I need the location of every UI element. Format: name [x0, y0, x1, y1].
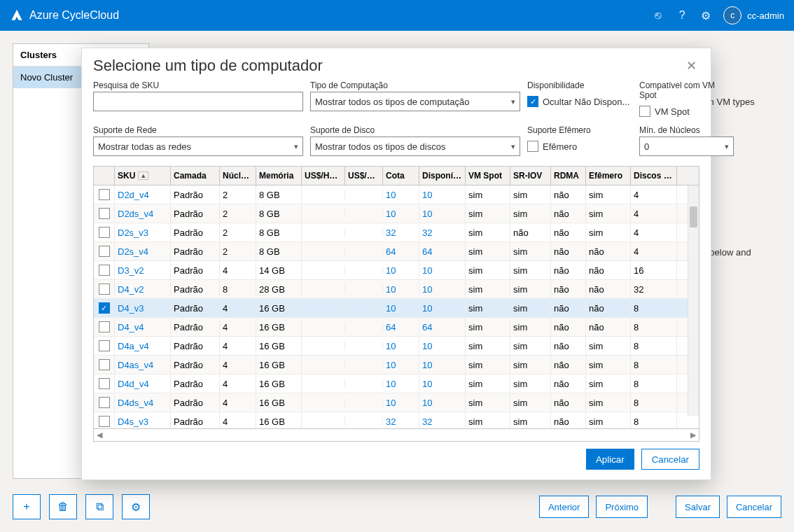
- table-row[interactable]: D2s_v3Padrão28 GB3232simnãonãosim4: [94, 223, 699, 242]
- col-usd-n[interactable]: US$/N...: [345, 167, 383, 185]
- cell-quota[interactable]: 32: [383, 412, 419, 429]
- cell-quota[interactable]: 10: [383, 356, 419, 374]
- row-checkbox[interactable]: [99, 265, 110, 276]
- vertical-scrollbar[interactable]: [688, 186, 699, 416]
- cell-quota[interactable]: 64: [383, 318, 419, 337]
- apply-button[interactable]: Aplicar: [586, 449, 634, 470]
- user-menu[interactable]: c cc-admin: [723, 6, 784, 24]
- next-button[interactable]: Próximo: [596, 496, 648, 518]
- table-row[interactable]: D4_v3Padrão416 GB1010simsimnãonão8: [94, 299, 699, 318]
- col-sriov[interactable]: SR-IOV: [510, 167, 551, 185]
- row-checkbox[interactable]: [99, 321, 110, 332]
- cell-quota[interactable]: 32: [383, 223, 419, 242]
- col-usd-hour[interactable]: US$/Hora: [302, 167, 345, 185]
- col-ephemeral[interactable]: Efêmero: [586, 167, 631, 185]
- cell-quota[interactable]: 10: [383, 280, 419, 299]
- cell-sku[interactable]: D4_v3: [115, 299, 171, 318]
- table-row[interactable]: D2d_v4Padrão28 GB1010simsimnãosim4: [94, 186, 699, 204]
- ephemeral-checkbox[interactable]: Efêmero: [527, 136, 632, 156]
- col-disks[interactable]: Discos de...: [631, 167, 677, 185]
- cell-available[interactable]: 10: [419, 261, 466, 280]
- cell-available[interactable]: 10: [419, 393, 466, 412]
- settings-button[interactable]: ⚙: [122, 494, 150, 519]
- row-checkbox[interactable]: [99, 416, 110, 427]
- row-checkbox[interactable]: [99, 246, 110, 257]
- settings-icon[interactable]: ⚙: [694, 9, 718, 22]
- grid-body[interactable]: D2d_v4Padrão28 GB1010simsimnãosim4D2ds_v…: [94, 186, 699, 428]
- cell-available[interactable]: 32: [419, 412, 466, 429]
- cell-available[interactable]: 32: [419, 223, 466, 242]
- cell-quota[interactable]: 64: [383, 242, 419, 261]
- cell-sku[interactable]: D3_v2: [115, 261, 171, 280]
- table-row[interactable]: D2ds_v4Padrão28 GB1010simsimnãosim4: [94, 204, 699, 223]
- add-button[interactable]: +: [13, 494, 41, 519]
- save-button[interactable]: Salvar: [676, 496, 720, 518]
- col-tier[interactable]: Camada: [171, 167, 220, 185]
- cell-available[interactable]: 10: [419, 299, 466, 318]
- cell-sku[interactable]: D4a_v4: [115, 337, 171, 356]
- cell-available[interactable]: 10: [419, 280, 466, 299]
- col-cores[interactable]: Núcleos: [220, 167, 256, 185]
- cell-sku[interactable]: D2d_v4: [115, 186, 171, 204]
- delete-button[interactable]: 🗑: [49, 494, 77, 519]
- table-row[interactable]: D4ds_v4Padrão416 GB1010simsimnãosim8: [94, 393, 699, 412]
- cell-quota[interactable]: 10: [383, 204, 419, 223]
- table-row[interactable]: D4_v2Padrão828 GB1010simsimnãonão32: [94, 280, 699, 299]
- cell-sku[interactable]: D4_v4: [115, 318, 171, 337]
- compute-type-select[interactable]: Mostrar todos os tipos de computação: [310, 92, 520, 111]
- table-row[interactable]: D4as_v4Padrão416 GB1010simsimnãosim8: [94, 356, 699, 374]
- cell-quota[interactable]: 10: [383, 261, 419, 280]
- table-row[interactable]: D3_v2Padrão414 GB1010simsimnãonão16: [94, 261, 699, 280]
- table-row[interactable]: D4a_v4Padrão416 GB1010simsimnãosim8: [94, 337, 699, 356]
- row-checkbox[interactable]: [99, 189, 110, 200]
- col-available[interactable]: Disponível: [419, 167, 466, 185]
- col-rdma[interactable]: RDMA: [551, 167, 586, 185]
- cell-sku[interactable]: D4s_v3: [115, 412, 171, 429]
- row-checkbox[interactable]: [99, 378, 110, 389]
- cell-sku[interactable]: D4as_v4: [115, 356, 171, 374]
- cell-quota[interactable]: 10: [383, 299, 419, 318]
- modal-cancel-button[interactable]: Cancelar: [641, 449, 699, 470]
- cell-sku[interactable]: D4_v2: [115, 280, 171, 299]
- close-icon[interactable]: ✕: [683, 55, 699, 76]
- cell-available[interactable]: 10: [419, 356, 466, 374]
- sku-search-input[interactable]: [93, 92, 303, 111]
- disk-select[interactable]: Mostrar todos os tipos de discos: [310, 136, 520, 156]
- cell-sku[interactable]: D2s_v3: [115, 223, 171, 242]
- cell-quota[interactable]: 10: [383, 393, 419, 412]
- spot-checkbox[interactable]: VM Spot: [639, 102, 734, 121]
- cell-sku[interactable]: D4ds_v4: [115, 393, 171, 412]
- copy-button[interactable]: ⧉: [85, 494, 113, 519]
- table-row[interactable]: D4d_v4Padrão416 GB1010simsimnãosim8: [94, 374, 699, 393]
- row-checkbox[interactable]: [99, 397, 110, 408]
- cell-available[interactable]: 10: [419, 204, 466, 223]
- cell-available[interactable]: 10: [419, 337, 466, 356]
- row-checkbox[interactable]: [99, 284, 110, 295]
- table-row[interactable]: D4s_v3Padrão416 GB3232simsimnãosim8: [94, 412, 699, 428]
- network-select[interactable]: Mostrar todas as redes: [93, 136, 303, 156]
- availability-checkbox[interactable]: Ocultar Não Dispon...: [527, 92, 632, 111]
- min-cores-select[interactable]: 0: [639, 136, 734, 156]
- row-checkbox[interactable]: [99, 302, 110, 314]
- cell-quota[interactable]: 10: [383, 186, 419, 204]
- prev-button[interactable]: Anterior: [539, 496, 590, 518]
- help-icon[interactable]: ?: [670, 9, 694, 22]
- col-quota[interactable]: Cota: [383, 167, 419, 185]
- row-checkbox[interactable]: [99, 208, 110, 219]
- scrollbar-thumb[interactable]: [690, 206, 697, 227]
- cancel-button[interactable]: Cancelar: [727, 496, 781, 518]
- cell-available[interactable]: 10: [419, 186, 466, 204]
- cell-sku[interactable]: D4d_v4: [115, 374, 171, 393]
- cell-available[interactable]: 10: [419, 374, 466, 393]
- cell-quota[interactable]: 10: [383, 374, 419, 393]
- col-spot[interactable]: VM Spot: [466, 167, 510, 185]
- horizontal-scrollbar[interactable]: ◀▶: [94, 428, 699, 441]
- cell-available[interactable]: 64: [419, 318, 466, 337]
- row-checkbox[interactable]: [99, 227, 110, 238]
- table-row[interactable]: D4_v4Padrão416 GB6464simsimnãonão8: [94, 318, 699, 337]
- cell-quota[interactable]: 10: [383, 337, 419, 356]
- cell-sku[interactable]: D2ds_v4: [115, 204, 171, 223]
- feedback-icon[interactable]: ⎋: [646, 9, 670, 22]
- row-checkbox[interactable]: [99, 359, 110, 370]
- cell-available[interactable]: 64: [419, 242, 466, 261]
